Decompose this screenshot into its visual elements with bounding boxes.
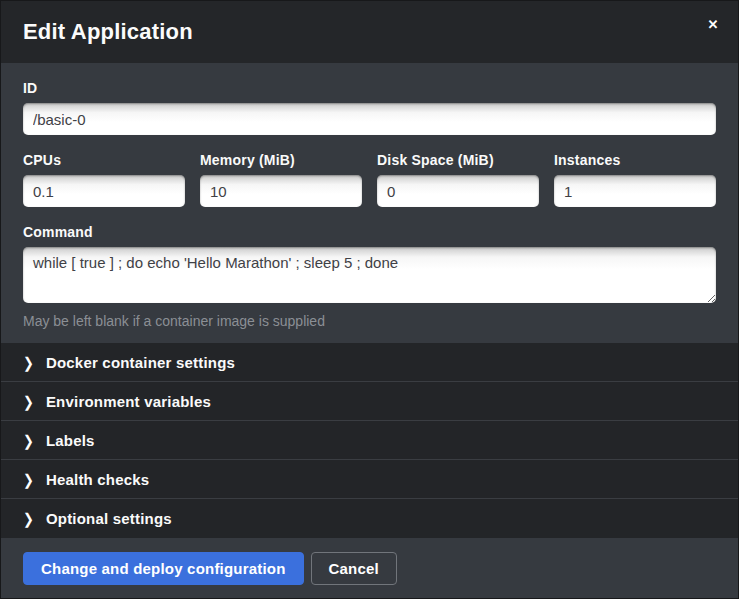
command-hint: May be left blank if a container image i… xyxy=(23,313,716,329)
accordion: ❯ Docker container settings ❯ Environmen… xyxy=(1,343,738,538)
disk-label: Disk Space (MiB) xyxy=(377,152,539,168)
section-environment-variables[interactable]: ❯ Environment variables xyxy=(1,382,738,421)
chevron-right-icon: ❯ xyxy=(23,470,34,487)
close-icon[interactable]: ✕ xyxy=(702,14,724,36)
section-label: Labels xyxy=(46,432,95,449)
section-label: Health checks xyxy=(46,471,149,488)
edit-application-modal: Edit Application ✕ ID CPUs Memory (MiB) … xyxy=(0,0,739,599)
chevron-right-icon: ❯ xyxy=(23,353,34,370)
cancel-button[interactable]: Cancel xyxy=(311,552,397,585)
command-label: Command xyxy=(23,224,716,240)
cpus-label: CPUs xyxy=(23,152,185,168)
section-docker-container-settings[interactable]: ❯ Docker container settings xyxy=(1,343,738,382)
modal-header: Edit Application ✕ xyxy=(1,1,738,63)
resources-row: CPUs Memory (MiB) Disk Space (MiB) Insta… xyxy=(23,152,716,207)
chevron-right-icon: ❯ xyxy=(23,431,34,448)
instances-input[interactable] xyxy=(554,175,716,207)
cpus-field-group: CPUs xyxy=(23,152,185,207)
memory-input[interactable] xyxy=(200,175,362,207)
memory-field-group: Memory (MiB) xyxy=(200,152,362,207)
section-label: Docker container settings xyxy=(46,354,235,371)
disk-field-group: Disk Space (MiB) xyxy=(377,152,539,207)
memory-label: Memory (MiB) xyxy=(200,152,362,168)
change-and-deploy-button[interactable]: Change and deploy configuration xyxy=(23,552,304,585)
section-label: Environment variables xyxy=(46,393,211,410)
cpus-input[interactable] xyxy=(23,175,185,207)
chevron-right-icon: ❯ xyxy=(23,392,34,409)
disk-input[interactable] xyxy=(377,175,539,207)
section-labels[interactable]: ❯ Labels xyxy=(1,421,738,460)
command-textarea[interactable]: while [ true ] ; do echo 'Hello Marathon… xyxy=(23,247,716,303)
form-section: ID CPUs Memory (MiB) Disk Space (MiB) In… xyxy=(1,63,738,343)
section-optional-settings[interactable]: ❯ Optional settings xyxy=(1,499,738,538)
section-label: Optional settings xyxy=(46,510,172,527)
id-input[interactable] xyxy=(23,103,716,135)
modal-footer: Change and deploy configuration Cancel xyxy=(1,538,738,598)
command-field-group: Command while [ true ] ; do echo 'Hello … xyxy=(23,224,716,329)
modal-title: Edit Application xyxy=(23,19,193,45)
section-health-checks[interactable]: ❯ Health checks xyxy=(1,460,738,499)
id-label: ID xyxy=(23,80,716,96)
instances-field-group: Instances xyxy=(554,152,716,207)
id-field-group: ID xyxy=(23,80,716,135)
chevron-right-icon: ❯ xyxy=(23,510,34,527)
instances-label: Instances xyxy=(554,152,716,168)
